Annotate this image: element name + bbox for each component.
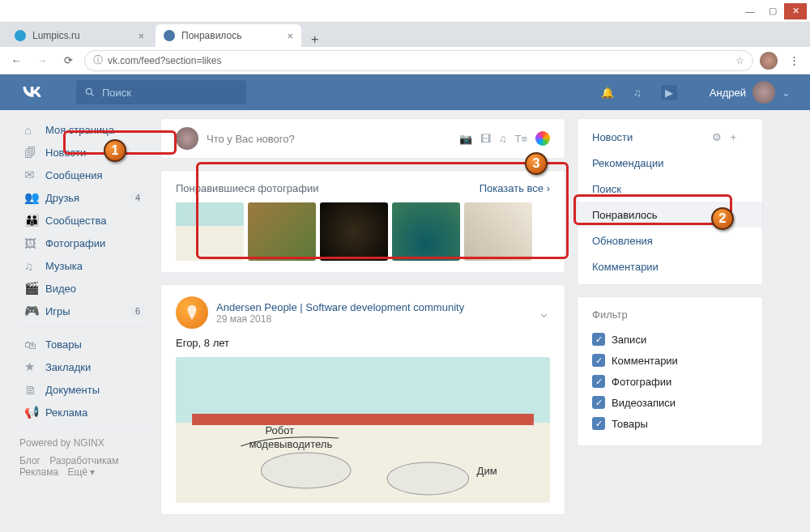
forward-icon[interactable]: → — [32, 51, 52, 70]
note-icon[interactable]: ♫ — [499, 133, 507, 145]
divider — [19, 327, 149, 328]
filter-comments[interactable]: ✓Комментарии — [592, 350, 748, 371]
sidebar-item-friends[interactable]: 👥Друзья4 — [19, 186, 149, 209]
reload-icon[interactable]: ⟳ — [58, 51, 78, 70]
chrome-menu-icon[interactable]: ⋮ — [784, 51, 804, 70]
palette-icon[interactable] — [535, 131, 550, 146]
svg-text:модевыводитель: модевыводитель — [249, 438, 332, 450]
sidebar-item-market[interactable]: 🛍Товары — [19, 333, 149, 355]
new-tab-button[interactable]: + — [305, 32, 325, 47]
svg-rect-4 — [192, 414, 534, 425]
maximize-icon[interactable]: ▢ — [761, 3, 784, 19]
filter-icon[interactable]: ⚙ — [712, 131, 722, 143]
minimize-icon[interactable]: — — [739, 3, 761, 19]
groups-icon: 👪 — [24, 213, 39, 228]
tab-close-icon[interactable]: × — [138, 30, 144, 42]
sidebar-label: Видео — [45, 283, 76, 295]
ads-icon: 📢 — [24, 405, 39, 419]
avatar-icon — [752, 81, 775, 104]
photos-icon: 🖼 — [24, 236, 39, 250]
feed-nav-updates[interactable]: Обновления — [578, 228, 762, 253]
svg-point-2 — [261, 453, 350, 488]
nav-label: Поиск — [592, 183, 621, 195]
sidebar-item-groups[interactable]: 👪Сообщества — [19, 209, 149, 232]
annotation-marker-1: 1 — [104, 139, 126, 162]
filter-posts[interactable]: ✓Записи — [592, 329, 748, 350]
search-input[interactable]: Поиск — [76, 80, 246, 104]
checkbox-icon: ✓ — [592, 396, 605, 409]
search-placeholder: Поиск — [102, 87, 131, 99]
footer-link-dev[interactable]: Разработчикам — [49, 455, 118, 466]
sidebar-item-games[interactable]: 🎮Игры6 — [19, 300, 149, 322]
music-icon: ♫ — [24, 259, 39, 273]
checkbox-icon: ✓ — [592, 333, 605, 346]
filter-photos[interactable]: ✓Фотографии — [592, 371, 748, 392]
back-icon[interactable]: ← — [6, 51, 26, 70]
games-icon: 🎮 — [24, 304, 39, 318]
favicon-icon — [15, 30, 26, 41]
star-icon[interactable]: ☆ — [735, 55, 744, 66]
sidebar-label: Музыка — [45, 260, 83, 272]
feed-nav-recs[interactable]: Рекомендации — [578, 150, 762, 176]
feed-nav-comments[interactable]: Комментарии — [578, 253, 762, 279]
svg-line-1 — [92, 94, 94, 96]
annotation-box-2 — [573, 194, 732, 225]
sidebar-footer: Powered by NGINX Блог Разработчикам Рекл… — [19, 437, 149, 478]
sidebar-label: Игры — [45, 305, 70, 317]
vk-header: Поиск 🔔 ♫ ▶ Андрей ⌄ — [0, 74, 810, 110]
checkbox-icon: ✓ — [592, 417, 605, 430]
sidebar-item-messages[interactable]: ✉Сообщения — [19, 164, 149, 186]
post-card: Andersen People | Software development c… — [160, 284, 565, 515]
post-date: 29 мая 2018 — [216, 313, 464, 325]
camera-icon[interactable]: 📷 — [459, 133, 472, 145]
feed-nav-news[interactable]: Новости ⚙+ — [578, 124, 762, 150]
nav-label: Комментарии — [592, 261, 659, 273]
filter-market[interactable]: ✓Товары — [592, 413, 748, 434]
clip-icon[interactable]: 🎞 — [480, 133, 491, 145]
chevron-down-icon[interactable]: ⌄ — [538, 304, 550, 321]
footer-link-blog[interactable]: Блог — [19, 455, 40, 466]
post-author-link[interactable]: Andersen People | Software development c… — [216, 301, 464, 313]
sidebar-label: Сообщения — [45, 169, 103, 181]
browser-toolbar: ← → ⟳ ⓘ vk.com/feed?section=likes ☆ ⋮ — [0, 47, 810, 74]
footer-link-more[interactable]: Ещё ▾ — [67, 466, 95, 478]
text-icon[interactable]: T≡ — [514, 133, 527, 145]
music-icon[interactable]: ♫ — [633, 87, 642, 99]
video-icon: 🎬 — [24, 281, 39, 296]
sidebar-item-docs[interactable]: 🗎Документы — [19, 378, 149, 401]
tab-lumpics[interactable]: Lumpics.ru × — [6, 24, 152, 47]
play-icon[interactable]: ▶ — [661, 85, 677, 100]
chrome-profile-icon[interactable] — [760, 52, 778, 70]
svg-text:Дим: Дим — [477, 465, 497, 477]
market-icon: 🛍 — [24, 338, 39, 351]
sidebar-item-bookmarks[interactable]: ★Закладки — [19, 355, 149, 378]
nav-label: Рекомендации — [592, 157, 664, 169]
bell-icon[interactable]: 🔔 — [601, 87, 614, 99]
divider — [19, 428, 149, 429]
vk-logo-icon[interactable] — [19, 81, 44, 104]
tab-close-icon[interactable]: × — [287, 30, 293, 42]
tab-vk[interactable]: Понравилось × — [156, 24, 301, 47]
powered-text: Powered by NGINX — [19, 437, 149, 449]
sidebar-item-ads[interactable]: 📢Реклама — [19, 401, 149, 423]
sidebar-label: Сообщества — [45, 215, 107, 227]
composer[interactable]: Что у Вас нового? 📷 🎞 ♫ T≡ — [160, 118, 565, 159]
sidebar-item-photos[interactable]: 🖼Фотографии — [19, 232, 149, 254]
filter-label: Видеозаписи — [612, 397, 676, 409]
footer-link-ads[interactable]: Реклама — [19, 466, 58, 478]
checkbox-icon: ✓ — [592, 354, 605, 367]
close-icon[interactable]: ✕ — [784, 3, 807, 19]
sidebar-item-music[interactable]: ♫Музыка — [19, 254, 149, 277]
user-menu[interactable]: Андрей ⌄ — [710, 81, 791, 104]
chevron-down-icon: ⌄ — [782, 87, 791, 99]
post-avatar-icon[interactable] — [176, 296, 208, 329]
address-bar[interactable]: ⓘ vk.com/feed?section=likes ☆ — [84, 50, 753, 71]
post-image[interactable]: Робот модевыводитель Дим — [176, 357, 550, 503]
filter-videos[interactable]: ✓Видеозаписи — [592, 392, 748, 413]
plus-icon[interactable]: + — [730, 131, 736, 143]
sidebar-item-video[interactable]: 🎬Видео — [19, 277, 149, 300]
search-icon — [84, 87, 96, 98]
badge: 4 — [131, 192, 144, 203]
star-icon: ★ — [24, 360, 39, 374]
sidebar-label: Фотографии — [45, 237, 105, 249]
